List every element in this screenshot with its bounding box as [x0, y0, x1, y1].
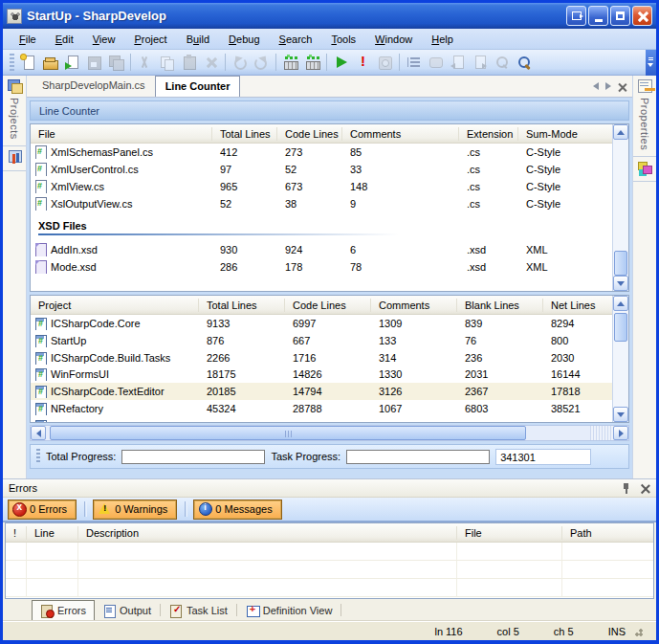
- scrollbar-thumb[interactable]: [614, 251, 627, 276]
- scroll-down-button[interactable]: [613, 407, 628, 422]
- column-header-file[interactable]: File: [457, 526, 562, 540]
- files-table-scrollbar[interactable]: [612, 124, 628, 291]
- comment-button[interactable]: [425, 52, 447, 74]
- menu-view[interactable]: View: [84, 31, 124, 48]
- maximize-button[interactable]: [610, 6, 630, 26]
- menu-help[interactable]: Help: [423, 31, 462, 48]
- tab-line-counter[interactable]: Line Counter: [155, 76, 241, 97]
- messages-filter-button[interactable]: 0 Messages: [193, 500, 281, 520]
- close-tab-icon[interactable]: [618, 82, 626, 91]
- column-header-severity[interactable]: !: [6, 526, 27, 540]
- next-bookmark-button[interactable]: [469, 52, 491, 74]
- resize-grip[interactable]: [633, 627, 643, 636]
- table-row[interactable]: Mode.xsd 286 178 78 .xsd XML: [31, 258, 612, 276]
- build-button[interactable]: [279, 52, 301, 74]
- document-arrow-button[interactable]: [61, 52, 83, 74]
- sidebar-tab-toolbox[interactable]: [633, 157, 656, 182]
- table-row[interactable]: StartUp 876 667 133 76 800: [31, 332, 612, 349]
- abort-button[interactable]: [352, 52, 374, 74]
- tab-errors[interactable]: Errors: [32, 600, 95, 620]
- errors-filter-button[interactable]: 0 Errors: [8, 500, 77, 520]
- scroll-left-button[interactable]: [31, 426, 46, 440]
- table-row[interactable]: XmlSchemasPanel.cs 412 273 85 .cs C-Styl…: [31, 144, 612, 161]
- close-button[interactable]: [632, 6, 652, 26]
- table-row[interactable]: ICSharpCode.Build.Tasks 2266 1716 314 23…: [31, 349, 612, 366]
- tab-task-list[interactable]: Task List: [162, 600, 235, 620]
- column-header-total-lines[interactable]: Total Lines: [199, 299, 285, 312]
- table-row[interactable]: NRefactory 45324 28788 1067 6803 38521: [31, 400, 612, 417]
- save-button[interactable]: [83, 52, 105, 74]
- undo-button[interactable]: [229, 52, 251, 74]
- redo-button[interactable]: [251, 52, 273, 74]
- sidebar-tab-properties[interactable]: Properties: [633, 76, 656, 157]
- table-row[interactable]: XslOutputView.cs 52 38 9 .cs C-Style: [31, 195, 612, 212]
- menu-search[interactable]: Search: [271, 31, 321, 48]
- horizontal-scrollbar[interactable]: [30, 425, 629, 441]
- column-header-file[interactable]: File: [31, 127, 212, 141]
- table-row[interactable]: XmlView.cs 965 673 148 .cs C-Style: [31, 178, 612, 195]
- table-row[interactable]: ICSharpCode.TextEditor 20185 14794 3126 …: [31, 383, 612, 400]
- column-header-total-lines[interactable]: Total Lines: [212, 127, 277, 141]
- column-header-code-lines[interactable]: Code Lines: [285, 299, 371, 312]
- run-button[interactable]: [330, 52, 352, 74]
- paste-button[interactable]: [178, 52, 200, 74]
- sidebar-tab-projects[interactable]: Projects: [3, 76, 26, 146]
- column-header-sum-mode[interactable]: Sum-Mode: [518, 127, 612, 141]
- menu-debug[interactable]: Debug: [220, 31, 268, 48]
- menu-edit[interactable]: Edit: [47, 31, 82, 48]
- column-header-extension[interactable]: Extension: [459, 127, 518, 141]
- copy-button[interactable]: [156, 52, 178, 74]
- menu-tools[interactable]: Tools: [322, 31, 364, 48]
- table-row[interactable]: XmlUserControl.cs 97 52 33 .cs C-Style: [31, 161, 612, 178]
- column-header-code-lines[interactable]: Code Lines: [277, 127, 342, 141]
- menu-file[interactable]: File: [11, 31, 45, 48]
- column-header-project[interactable]: Project: [31, 299, 199, 312]
- rebuild-button[interactable]: [301, 52, 323, 74]
- warnings-filter-button[interactable]: 0 Warnings: [93, 500, 177, 520]
- prev-tab-icon[interactable]: [593, 82, 599, 90]
- column-header-blank-lines[interactable]: Blank Lines: [457, 299, 543, 312]
- panel-close-icon[interactable]: [641, 483, 650, 493]
- list-button[interactable]: [403, 52, 425, 74]
- sidebar-tab-tools[interactable]: [3, 146, 26, 171]
- scroll-up-button[interactable]: [613, 296, 628, 311]
- scroll-down-button[interactable]: [613, 276, 628, 291]
- tab-sharpdevelopmain[interactable]: SharpDevelopMain.cs: [33, 76, 155, 97]
- scrollbar-track[interactable]: [46, 426, 613, 440]
- menu-build[interactable]: Build: [178, 31, 218, 48]
- column-header-comments[interactable]: Comments: [342, 127, 459, 141]
- scroll-right-button[interactable]: [613, 426, 628, 440]
- toolbar-grip[interactable]: [10, 54, 14, 71]
- new-file-button[interactable]: [17, 52, 39, 74]
- column-header-net-lines[interactable]: Net Lines: [543, 299, 612, 312]
- toolbar-overflow-button[interactable]: [646, 50, 656, 76]
- scroll-up-button[interactable]: [613, 124, 628, 140]
- column-header-description[interactable]: Description: [78, 526, 457, 540]
- column-header-line[interactable]: Line: [27, 526, 78, 540]
- tab-definition-view[interactable]: Definition View: [238, 600, 340, 620]
- column-header-comments[interactable]: Comments: [371, 299, 457, 312]
- progress-strip-grip[interactable]: [36, 449, 40, 464]
- projects-table-scrollbar[interactable]: [612, 296, 628, 422]
- save-all-button[interactable]: [105, 52, 127, 74]
- zoom-document-button[interactable]: [491, 52, 513, 74]
- menu-project[interactable]: Project: [125, 31, 175, 48]
- table-row[interactable]: AddIn.xsd 930 924 6 .xsd XML: [31, 241, 612, 258]
- next-tab-icon[interactable]: [605, 82, 611, 90]
- minimize-button[interactable]: [588, 6, 608, 26]
- menu-window[interactable]: Window: [366, 31, 421, 48]
- table-row[interactable]: WinFormsUI 18175 14826 1330 2031 16144: [31, 366, 612, 384]
- search-button[interactable]: [513, 52, 535, 74]
- pin-icon[interactable]: [621, 482, 631, 494]
- dock-window-button[interactable]: [566, 6, 586, 26]
- scrollbar-thumb[interactable]: [614, 313, 627, 342]
- open-button[interactable]: [39, 52, 61, 74]
- cut-button[interactable]: [134, 52, 156, 74]
- column-header-path[interactable]: Path: [562, 526, 653, 540]
- delete-button[interactable]: [200, 52, 222, 74]
- scrollbar-thumb[interactable]: [50, 426, 526, 440]
- prev-bookmark-button[interactable]: [447, 52, 469, 74]
- table-row[interactable]: ICSharpCode.Core 9133 6997 1309 839 8294: [31, 315, 612, 332]
- stop-button[interactable]: [374, 52, 396, 74]
- tab-output[interactable]: Output: [95, 600, 159, 620]
